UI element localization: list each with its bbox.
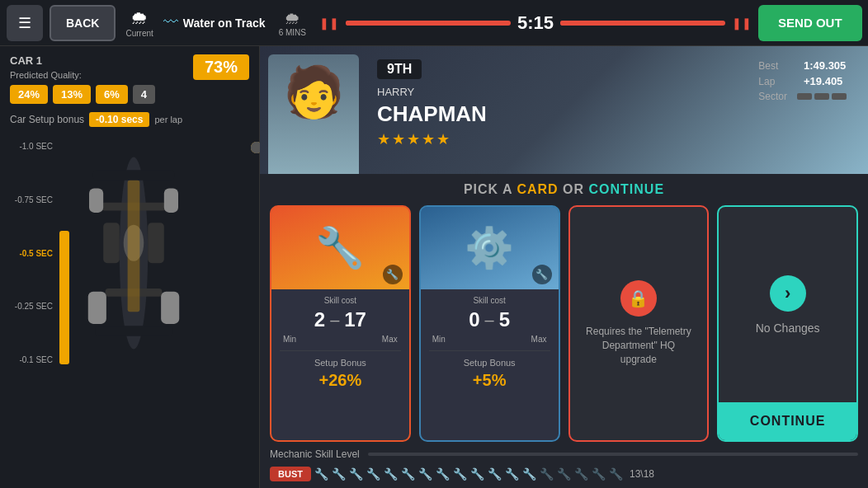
menu-button[interactable]: ☰ bbox=[7, 5, 43, 41]
card-1-skill-min: 2 bbox=[314, 308, 325, 331]
card-1-bonus-label: Setup Bonus bbox=[280, 358, 401, 368]
lock-icon: 🔒 bbox=[620, 280, 657, 317]
wrench-16: 🔧 bbox=[574, 467, 588, 481]
card-2-bonus-value: +5% bbox=[429, 371, 550, 390]
driver-last-name: CHAPMAN bbox=[377, 101, 487, 127]
card-2-skill-range: 0 – 5 bbox=[429, 308, 550, 331]
driver-info: 9TH HARRY CHAPMAN ★★★★★ bbox=[367, 46, 497, 174]
wrench-11: 🔧 bbox=[488, 467, 502, 481]
bust-badge: BUST bbox=[270, 467, 311, 481]
wrench-12: 🔧 bbox=[505, 467, 519, 481]
card-1[interactable]: 🔧 🔧 Skill cost 2 – 17 Min Max Setup bbox=[270, 205, 411, 442]
wrench-18: 🔧 bbox=[609, 467, 623, 481]
driver-stats: Best 1:49.305 Lap +19.405 Sector bbox=[758, 59, 855, 102]
card-2-bonus-label: Setup Bonus bbox=[429, 358, 550, 368]
weather-track: 〰 Water on Track bbox=[163, 14, 266, 31]
driver-portrait: 🧑 bbox=[260, 46, 367, 174]
card-2[interactable]: ⚙️ 🔧 Skill cost 0 – 5 Min Max Setup bbox=[419, 205, 560, 442]
continue-button[interactable]: CONTINUE bbox=[719, 402, 856, 440]
svg-rect-7 bbox=[148, 223, 164, 263]
wrench-1: 🔧 bbox=[314, 467, 328, 481]
card-4-no-changes[interactable]: › No Changes CONTINUE bbox=[717, 205, 858, 442]
svg-rect-12 bbox=[128, 181, 140, 312]
stat-badges: 24% 13% 6% 4 bbox=[10, 85, 249, 104]
pick-card-word: CARD bbox=[517, 182, 558, 196]
card-2-wrench-badge: 🔧 bbox=[532, 265, 552, 284]
card-1-skill-max: 17 bbox=[344, 308, 366, 331]
card-2-body: Skill cost 0 – 5 Min Max Setup Bonus +5% bbox=[421, 289, 559, 440]
per-lap-label: per lap bbox=[154, 115, 182, 124]
card-1-wrench-badge: 🔧 bbox=[383, 265, 403, 284]
card-2-skill-min: 0 bbox=[469, 308, 479, 331]
wrench-5: 🔧 bbox=[384, 467, 398, 481]
pick-card-pre: PICK A bbox=[464, 182, 517, 196]
card-1-skill-label: Skill cost bbox=[280, 296, 401, 305]
car-setup-bonus: -0.10 secs bbox=[89, 112, 149, 127]
sector-stat-row: Sector bbox=[758, 91, 855, 102]
card-1-image: 🔧 🔧 bbox=[271, 207, 409, 289]
timer-progress-fill-right bbox=[560, 21, 626, 26]
sector-block-3 bbox=[832, 93, 847, 100]
timer-progress-bar bbox=[346, 21, 511, 26]
wrench-6: 🔧 bbox=[401, 467, 415, 481]
locked-card-body: 🔒 Requires the "Telemetry Department" HQ… bbox=[570, 207, 708, 440]
timer-progress-fill bbox=[346, 21, 445, 26]
water-wave-icon: 〰 bbox=[163, 14, 178, 31]
wrench-15: 🔧 bbox=[557, 467, 571, 481]
no-changes-body: › No Changes bbox=[719, 207, 856, 402]
sector-label: Sector bbox=[758, 91, 787, 102]
card-1-min-max: Min Max bbox=[280, 335, 401, 344]
wrench-2: 🔧 bbox=[332, 467, 346, 481]
card-1-image-icon: 🔧 bbox=[315, 225, 365, 271]
chart-label-5: -0.1 SEC bbox=[19, 355, 53, 364]
lap-label: Lap bbox=[758, 76, 775, 87]
card-2-min-max: Min Max bbox=[429, 335, 550, 344]
no-changes-label: No Changes bbox=[756, 321, 820, 335]
svg-rect-10 bbox=[88, 292, 106, 324]
best-value: 1:49.305 bbox=[788, 59, 846, 72]
card-1-bonus-value: +26% bbox=[280, 371, 401, 390]
timer-progress-bar-right bbox=[560, 21, 725, 26]
card-1-skill-range: 2 – 17 bbox=[280, 308, 401, 331]
predicted-quality-label: Predicted Quality: bbox=[10, 70, 82, 80]
cloud-icon: 🌧 bbox=[284, 9, 300, 28]
pick-continue-word: CONTINUE bbox=[589, 182, 665, 196]
sector-block-1 bbox=[797, 93, 812, 100]
best-label: Best bbox=[758, 60, 778, 72]
wrench-row: BUST 🔧 🔧 🔧 🔧 🔧 🔧 🔧 🔧 🔧 🔧 🔧 🔧 🔧 🔧 🔧 🔧 🔧 🔧… bbox=[260, 463, 868, 488]
right-panel: 🧑 9TH HARRY CHAPMAN ★★★★★ Best 1:49.305 … bbox=[260, 46, 868, 488]
wrench-4: 🔧 bbox=[366, 467, 380, 481]
wrench-7: 🔧 bbox=[418, 467, 432, 481]
card-2-image-icon: ⚙️ bbox=[465, 225, 514, 271]
svg-rect-4 bbox=[95, 326, 172, 336]
cards-row: 🔧 🔧 Skill cost 2 – 17 Min Max Setup bbox=[260, 205, 868, 442]
card-2-skill-label: Skill cost bbox=[429, 296, 550, 305]
wrench-9: 🔧 bbox=[453, 467, 467, 481]
car-setup-label: Car Setup bonus bbox=[10, 114, 84, 125]
mechanic-row: Mechanic Skill Level bbox=[260, 442, 868, 463]
sector-value bbox=[797, 93, 855, 100]
chart-label-4: -0.25 SEC bbox=[15, 302, 53, 311]
setup-chart: -1.0 SEC -0.75 SEC -0.5 SEC -0.25 SEC -0… bbox=[10, 134, 249, 373]
driver-avatar: 🧑 bbox=[268, 54, 359, 174]
card-1-max-label: Max bbox=[382, 335, 398, 344]
car-label: CAR 1 bbox=[10, 54, 82, 67]
driver-first-name: HARRY bbox=[377, 86, 487, 98]
send-out-button[interactable]: SEND OUT bbox=[758, 5, 862, 41]
card-2-image: ⚙️ 🔧 bbox=[421, 207, 559, 289]
card-2-skill-dash: – bbox=[485, 311, 494, 330]
weather-current: 🌧 Current bbox=[125, 7, 153, 38]
main-content: CAR 1 Predicted Quality: 73% 24% 13% 6% … bbox=[0, 46, 868, 488]
back-button[interactable]: BACK bbox=[50, 5, 116, 41]
weather-next: 🌧 6 MINS bbox=[279, 9, 306, 37]
stat-badge-3: 6% bbox=[96, 85, 128, 104]
car-info: CAR 1 Predicted Quality: bbox=[10, 54, 82, 80]
card-2-min-label: Min bbox=[432, 335, 446, 344]
wrench-8: 🔧 bbox=[436, 467, 450, 481]
car-image bbox=[80, 142, 187, 364]
stat-badge-1: 24% bbox=[10, 85, 48, 104]
wrench-14: 🔧 bbox=[540, 467, 554, 481]
driver-stars: ★★★★★ bbox=[377, 130, 487, 148]
wrench-13: 🔧 bbox=[522, 467, 536, 481]
skill-count: 13\18 bbox=[630, 468, 654, 480]
